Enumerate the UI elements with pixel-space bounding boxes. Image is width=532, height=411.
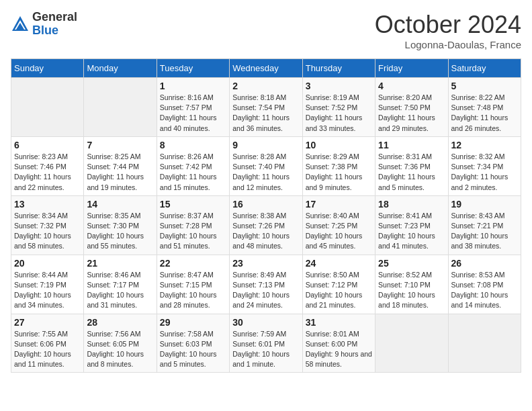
calendar-cell: 21Sunrise: 8:46 AM Sunset: 7:17 PM Dayli… (84, 255, 157, 314)
calendar-cell: 9Sunrise: 8:28 AM Sunset: 7:40 PM Daylig… (230, 136, 302, 195)
calendar-cell: 12Sunrise: 8:32 AM Sunset: 7:34 PM Dayli… (448, 136, 521, 195)
day-info: Sunrise: 8:28 AM Sunset: 7:40 PM Dayligh… (232, 152, 299, 193)
calendar-cell: 8Sunrise: 8:26 AM Sunset: 7:42 PM Daylig… (157, 136, 229, 195)
day-info: Sunrise: 8:19 AM Sunset: 7:52 PM Dayligh… (306, 93, 372, 134)
day-number: 22 (160, 258, 226, 269)
calendar-cell: 23Sunrise: 8:49 AM Sunset: 7:13 PM Dayli… (230, 255, 302, 314)
day-number: 5 (451, 81, 518, 91)
calendar-cell: 22Sunrise: 8:47 AM Sunset: 7:15 PM Dayli… (157, 255, 229, 314)
calendar-week-row: 20Sunrise: 8:44 AM Sunset: 7:19 PM Dayli… (11, 255, 521, 314)
day-info: Sunrise: 8:47 AM Sunset: 7:15 PM Dayligh… (160, 270, 226, 311)
day-number: 31 (306, 317, 372, 328)
day-number: 17 (306, 199, 372, 210)
calendar-week-row: 6Sunrise: 8:23 AM Sunset: 7:46 PM Daylig… (11, 136, 521, 195)
logo-general-text: General (32, 11, 77, 24)
day-info: Sunrise: 8:31 AM Sunset: 7:36 PM Dayligh… (378, 152, 445, 193)
header-saturday: Saturday (448, 59, 521, 78)
calendar-cell: 29Sunrise: 7:58 AM Sunset: 6:03 PM Dayli… (157, 314, 229, 373)
logo-blue-text: Blue (32, 24, 77, 38)
header-friday: Friday (375, 59, 448, 78)
calendar-cell: 16Sunrise: 8:38 AM Sunset: 7:26 PM Dayli… (230, 195, 302, 255)
day-info: Sunrise: 8:49 AM Sunset: 7:13 PM Dayligh… (232, 270, 299, 311)
header-thursday: Thursday (302, 59, 375, 78)
calendar-cell: 14Sunrise: 8:35 AM Sunset: 7:30 PM Dayli… (84, 195, 157, 255)
calendar-cell: 4Sunrise: 8:20 AM Sunset: 7:50 PM Daylig… (375, 78, 448, 137)
day-info: Sunrise: 8:44 AM Sunset: 7:19 PM Dayligh… (14, 270, 81, 311)
calendar-cell: 28Sunrise: 7:56 AM Sunset: 6:05 PM Dayli… (84, 314, 157, 373)
day-number: 24 (306, 258, 372, 269)
calendar-cell: 17Sunrise: 8:40 AM Sunset: 7:25 PM Dayli… (302, 195, 375, 255)
logo-icon (11, 15, 30, 34)
day-number: 3 (306, 81, 372, 91)
day-info: Sunrise: 8:20 AM Sunset: 7:50 PM Dayligh… (378, 93, 445, 134)
day-number: 19 (451, 199, 518, 210)
calendar-cell (11, 78, 84, 137)
day-info: Sunrise: 8:38 AM Sunset: 7:26 PM Dayligh… (232, 211, 299, 252)
calendar-cell (375, 314, 448, 373)
day-info: Sunrise: 8:29 AM Sunset: 7:38 PM Dayligh… (306, 152, 372, 193)
calendar-cell: 25Sunrise: 8:52 AM Sunset: 7:10 PM Dayli… (375, 255, 448, 314)
calendar-week-row: 27Sunrise: 7:55 AM Sunset: 6:06 PM Dayli… (11, 314, 521, 373)
day-info: Sunrise: 8:26 AM Sunset: 7:42 PM Dayligh… (160, 152, 226, 193)
day-info: Sunrise: 8:40 AM Sunset: 7:25 PM Dayligh… (306, 211, 372, 252)
day-number: 10 (306, 140, 372, 150)
calendar-cell: 13Sunrise: 8:34 AM Sunset: 7:32 PM Dayli… (11, 195, 84, 255)
calendar-cell: 19Sunrise: 8:43 AM Sunset: 7:21 PM Dayli… (448, 195, 521, 255)
calendar-cell: 24Sunrise: 8:50 AM Sunset: 7:12 PM Dayli… (302, 255, 375, 314)
day-info: Sunrise: 8:25 AM Sunset: 7:44 PM Dayligh… (87, 152, 153, 193)
calendar-cell: 5Sunrise: 8:22 AM Sunset: 7:48 PM Daylig… (448, 78, 521, 137)
day-number: 15 (160, 199, 226, 210)
day-number: 12 (451, 140, 518, 150)
calendar-cell: 10Sunrise: 8:29 AM Sunset: 7:38 PM Dayli… (302, 136, 375, 195)
day-number: 13 (14, 199, 81, 210)
calendar-cell (84, 78, 157, 137)
day-number: 28 (87, 317, 153, 328)
day-info: Sunrise: 7:55 AM Sunset: 6:06 PM Dayligh… (14, 329, 81, 370)
day-info: Sunrise: 8:01 AM Sunset: 6:00 PM Dayligh… (306, 329, 372, 370)
calendar-header-row: SundayMondayTuesdayWednesdayThursdayFrid… (11, 59, 521, 78)
header-tuesday: Tuesday (157, 59, 229, 78)
day-info: Sunrise: 8:35 AM Sunset: 7:30 PM Dayligh… (87, 211, 153, 252)
day-number: 29 (160, 317, 226, 328)
day-number: 2 (232, 81, 299, 91)
location-subtitle: Logonna-Daoulas, France (375, 39, 521, 50)
calendar-cell: 3Sunrise: 8:19 AM Sunset: 7:52 PM Daylig… (302, 78, 375, 137)
day-number: 6 (14, 140, 81, 150)
day-number: 30 (232, 317, 299, 328)
day-info: Sunrise: 8:32 AM Sunset: 7:34 PM Dayligh… (451, 152, 518, 193)
day-number: 23 (232, 258, 299, 269)
page-header: General Blue October 2024 Logonna-Daoula… (11, 11, 521, 50)
month-title: October 2024 (375, 11, 521, 39)
day-info: Sunrise: 8:23 AM Sunset: 7:46 PM Dayligh… (14, 152, 81, 193)
calendar-cell: 20Sunrise: 8:44 AM Sunset: 7:19 PM Dayli… (11, 255, 84, 314)
calendar-cell: 30Sunrise: 7:59 AM Sunset: 6:01 PM Dayli… (230, 314, 302, 373)
day-info: Sunrise: 7:59 AM Sunset: 6:01 PM Dayligh… (232, 329, 299, 370)
header-sunday: Sunday (11, 59, 84, 78)
day-info: Sunrise: 8:53 AM Sunset: 7:08 PM Dayligh… (451, 270, 518, 311)
day-number: 18 (378, 199, 445, 210)
day-info: Sunrise: 8:22 AM Sunset: 7:48 PM Dayligh… (451, 93, 518, 134)
calendar-cell: 18Sunrise: 8:41 AM Sunset: 7:23 PM Dayli… (375, 195, 448, 255)
day-number: 11 (378, 140, 445, 150)
day-number: 4 (378, 81, 445, 91)
calendar-cell: 6Sunrise: 8:23 AM Sunset: 7:46 PM Daylig… (11, 136, 84, 195)
day-number: 9 (232, 140, 299, 150)
calendar-cell: 26Sunrise: 8:53 AM Sunset: 7:08 PM Dayli… (448, 255, 521, 314)
day-number: 16 (232, 199, 299, 210)
calendar-cell: 15Sunrise: 8:37 AM Sunset: 7:28 PM Dayli… (157, 195, 229, 255)
day-info: Sunrise: 8:46 AM Sunset: 7:17 PM Dayligh… (87, 270, 153, 311)
day-number: 26 (451, 258, 518, 269)
calendar-table: SundayMondayTuesdayWednesdayThursdayFrid… (11, 58, 521, 373)
header-monday: Monday (84, 59, 157, 78)
day-info: Sunrise: 8:18 AM Sunset: 7:54 PM Dayligh… (232, 93, 299, 134)
day-info: Sunrise: 8:50 AM Sunset: 7:12 PM Dayligh… (306, 270, 372, 311)
calendar-cell: 1Sunrise: 8:16 AM Sunset: 7:57 PM Daylig… (157, 78, 229, 137)
day-number: 25 (378, 258, 445, 269)
day-info: Sunrise: 7:58 AM Sunset: 6:03 PM Dayligh… (160, 329, 226, 370)
calendar-cell: 2Sunrise: 8:18 AM Sunset: 7:54 PM Daylig… (230, 78, 302, 137)
day-info: Sunrise: 8:16 AM Sunset: 7:57 PM Dayligh… (160, 93, 226, 134)
day-info: Sunrise: 7:56 AM Sunset: 6:05 PM Dayligh… (87, 329, 153, 370)
header-wednesday: Wednesday (230, 59, 302, 78)
day-info: Sunrise: 8:34 AM Sunset: 7:32 PM Dayligh… (14, 211, 81, 252)
day-info: Sunrise: 8:43 AM Sunset: 7:21 PM Dayligh… (451, 211, 518, 252)
